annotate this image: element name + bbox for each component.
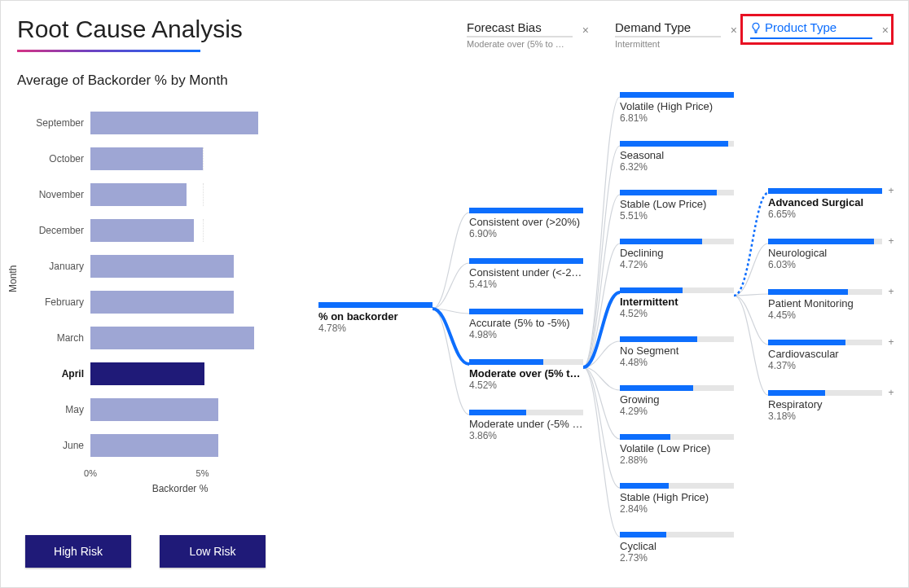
node-value: 4.78% [318,323,433,334]
close-icon[interactable]: × [882,24,889,37]
tree-node[interactable]: Stable (Low Price)5.51% [620,190,734,222]
bar-category-label: December [17,225,90,236]
node-value: 4.52% [620,308,734,319]
x-tick: 0% [84,468,97,478]
node-label: Stable (Low Price) [620,199,734,210]
tree-node[interactable]: Growing4.29% [620,385,734,417]
chart-subtitle: Average of Backorder % by Month [17,72,228,89]
filter-demand-type[interactable]: Demand Type Intermittent × [615,20,737,53]
bar-row[interactable]: April [17,356,270,392]
filter-forecast-bias[interactable]: Forecast Bias Moderate over (5% to … × [467,20,589,53]
bar-row[interactable]: December [17,213,270,248]
close-icon[interactable]: × [731,24,737,37]
bar-row[interactable]: May [17,392,270,428]
node-value: 6.81% [620,112,734,124]
node-label: Neurological [768,248,882,259]
low-risk-button[interactable]: Low Risk [160,535,266,568]
node-label: Declining [620,248,734,259]
node-value: 6.03% [768,259,882,270]
node-value: 4.45% [768,309,882,321]
node-value: 2.84% [620,503,734,515]
node-label: Moderate over (5% t… [469,368,583,380]
page-title: Root Cause Analysis [17,15,243,43]
expand-icon[interactable]: + [885,286,897,297]
node-label: Consistent over (>20%) [469,217,583,228]
tree-node[interactable]: Volatile (Low Price)2.88% [620,434,734,466]
bar-category-label: November [17,189,90,200]
tree-node[interactable]: Stable (High Price)2.84% [620,483,734,515]
bar-row[interactable]: September [17,105,270,141]
bar-category-label: June [17,440,90,451]
node-value: 4.37% [768,360,882,371]
tree-node[interactable]: Patient Monitoring4.45%+ [768,289,882,321]
filter-title: Forecast Bias [467,20,589,34]
tree-node[interactable]: Consistent under (<-2…5.41% [469,258,583,290]
node-value: 3.18% [768,410,882,422]
tree-node[interactable]: Seasonal6.32% [620,141,734,173]
filter-value: Moderate over (5% to … [467,39,589,49]
lightbulb-icon [750,22,762,36]
y-axis-label: Month [7,265,19,292]
node-label: Accurate (5% to -5%) [469,318,583,329]
node-label: Respiratory [768,399,882,410]
node-value: 6.32% [620,161,734,173]
node-value: 3.86% [469,430,583,441]
bar-row[interactable]: March [17,320,270,356]
tree-node[interactable]: Respiratory3.18%+ [768,390,882,422]
node-label: Seasonal [620,150,734,161]
node-value: 4.29% [620,406,734,417]
bar-category-label: May [17,404,90,415]
tree-node[interactable]: Moderate under (-5% …3.86% [469,410,583,441]
filter-product-type[interactable]: Product Type × [750,20,889,53]
tree-node[interactable]: Neurological6.03%+ [768,239,882,270]
filter-value: Intermittent [615,39,737,49]
node-label: Consistent under (<-2… [469,267,583,279]
node-label: Patient Monitoring [768,298,882,309]
bar-category-label: October [17,153,90,165]
node-value: 4.98% [469,329,583,340]
x-tick: 5% [196,468,209,478]
bar-row[interactable]: February [17,284,270,320]
bar-category-label: March [17,332,90,344]
expand-icon[interactable]: + [885,235,897,247]
node-value: 5.51% [620,210,734,222]
node-label: Cardiovascular [768,349,882,360]
month-bar-chart[interactable]: Month SeptemberOctoberNovemberDecemberJa… [17,105,270,494]
tree-node[interactable]: Cyclical2.73% [620,532,734,564]
node-value: 4.52% [469,380,583,391]
high-risk-button[interactable]: High Risk [25,535,131,568]
bar-row[interactable]: January [17,248,270,284]
node-value: 6.90% [469,228,583,239]
tree-node[interactable]: Consistent over (>20%)6.90% [469,208,583,239]
node-label: Advanced Surgical [768,197,882,208]
tree-node[interactable]: Declining4.72% [620,239,734,270]
bar-row[interactable]: October [17,141,270,177]
node-label: Stable (High Price) [620,492,734,503]
node-value: 6.65% [768,208,882,220]
expand-icon[interactable]: + [885,185,897,196]
tree-node[interactable]: No Segment4.48% [620,336,734,368]
tree-node[interactable]: Advanced Surgical6.65%+ [768,188,882,220]
bar-row[interactable]: November [17,177,270,213]
node-value: 2.88% [620,454,734,466]
expand-icon[interactable]: + [885,387,897,398]
tree-node[interactable]: Cardiovascular4.37%+ [768,340,882,371]
node-value: 4.48% [620,357,734,368]
expand-icon[interactable]: + [885,336,897,348]
filter-title: Product Type [750,20,889,36]
bar-row[interactable]: June [17,428,270,463]
node-value: 2.73% [620,552,734,564]
node-label: Volatile (Low Price) [620,443,734,454]
tree-node[interactable]: Accurate (5% to -5%)4.98% [469,309,583,340]
tree-node[interactable]: Volatile (High Price)6.81% [620,92,734,124]
close-icon[interactable]: × [582,24,589,37]
node-label: Cyclical [620,541,734,552]
node-label: % on backorder [318,311,433,323]
tree-node[interactable]: Moderate over (5% t…4.52% [469,359,583,391]
bar-category-label: January [17,261,90,272]
tree-root[interactable]: % on backorder 4.78% [318,302,433,334]
node-label: Intermittent [620,296,734,308]
tree-node[interactable]: Intermittent4.52% [620,287,734,319]
node-label: No Segment [620,345,734,357]
filter-title: Demand Type [615,20,737,34]
